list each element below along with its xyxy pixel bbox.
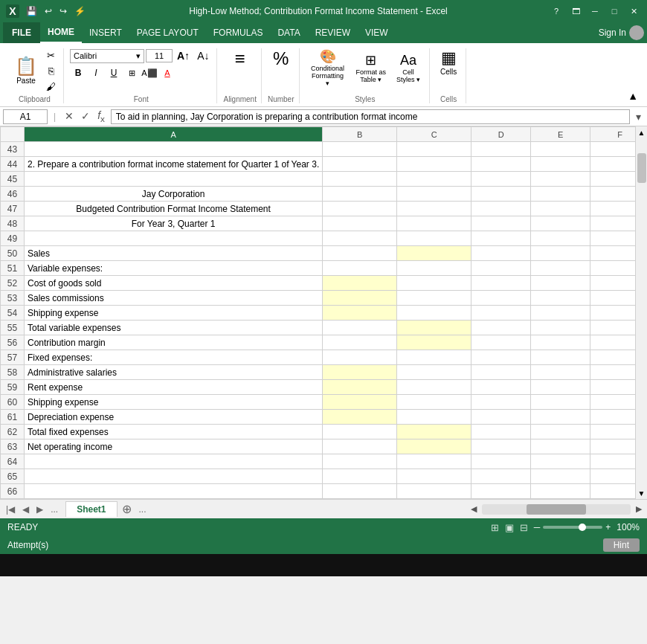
grid-cell[interactable] — [397, 291, 471, 306]
grid-cell[interactable] — [590, 410, 635, 425]
normal-view-btn[interactable]: ⊞ — [491, 522, 499, 533]
grid-cell[interactable] — [471, 321, 531, 335]
grid-cell[interactable] — [590, 276, 635, 291]
zoom-thumb[interactable] — [579, 524, 586, 531]
sheet1-tab[interactable]: Sheet1 — [65, 501, 117, 517]
grid-cell[interactable] — [531, 202, 590, 216]
grid-cell[interactable] — [531, 439, 590, 454]
copy-btn[interactable]: ⎘ — [43, 64, 59, 78]
grid-cell[interactable] — [590, 261, 635, 276]
grid-cell[interactable] — [323, 231, 397, 246]
grid-cell[interactable] — [397, 484, 471, 499]
grid-cell[interactable] — [471, 395, 531, 410]
grid-cell[interactable] — [471, 216, 531, 231]
zoom-out-btn[interactable]: ─ — [534, 522, 541, 532]
grid-cell[interactable] — [323, 187, 397, 202]
grid-cell[interactable] — [471, 261, 531, 276]
grid-cell[interactable] — [590, 157, 635, 172]
grid-cell[interactable] — [397, 410, 471, 425]
grid-cell[interactable] — [590, 142, 635, 157]
grid-cell[interactable] — [590, 365, 635, 380]
grid-cell[interactable] — [323, 291, 397, 306]
grid-cell[interactable] — [590, 469, 635, 484]
grid-cell[interactable] — [323, 395, 397, 410]
grid-cell[interactable] — [397, 142, 471, 157]
grid-cell[interactable] — [323, 246, 397, 261]
redo-qat-btn[interactable]: ↪ — [57, 4, 69, 18]
grid-cell[interactable] — [590, 306, 635, 321]
grid-cell[interactable] — [471, 425, 531, 439]
grid-cell[interactable] — [590, 231, 635, 246]
cut-btn[interactable]: ✂ — [43, 48, 59, 62]
grid-cell[interactable]: Total variable expenses — [25, 321, 323, 335]
grid-cell[interactable] — [25, 454, 323, 469]
grid-cell[interactable] — [590, 291, 635, 306]
underline-btn[interactable]: U — [106, 65, 122, 80]
grid-cell[interactable] — [471, 484, 531, 499]
grid-cell[interactable] — [531, 306, 590, 321]
page-layout-view-btn[interactable]: ▣ — [505, 522, 514, 533]
grid-cell[interactable] — [397, 425, 471, 439]
grid-cell[interactable] — [25, 172, 323, 187]
h-scroll-left-btn[interactable]: ◀ — [469, 504, 479, 514]
grid-cell[interactable]: Sales — [25, 246, 323, 261]
hint-btn[interactable]: Hint — [603, 538, 640, 552]
paste-btn[interactable]: 📋 Paste — [10, 56, 42, 86]
grid-cell[interactable] — [471, 202, 531, 216]
review-menu-item[interactable]: REVIEW — [308, 22, 358, 43]
grid-cell[interactable] — [471, 306, 531, 321]
grid-cell[interactable] — [323, 484, 397, 499]
grid-cell[interactable] — [397, 276, 471, 291]
grid-cell[interactable]: Budgeted Contribution Format Income Stat… — [25, 202, 323, 216]
grid-cell[interactable] — [471, 380, 531, 395]
grid-cell[interactable] — [471, 439, 531, 454]
grid-cell[interactable] — [397, 350, 471, 365]
grid-cell[interactable] — [25, 231, 323, 246]
grid-cell[interactable] — [397, 365, 471, 380]
borders-btn[interactable]: ⊞ — [123, 65, 140, 80]
grid-cell[interactable]: 2. Prepare a contribution format income … — [25, 157, 323, 172]
grid-cell[interactable]: Shipping expense — [25, 306, 323, 321]
view-menu-item[interactable]: VIEW — [358, 22, 396, 43]
undo-qat-btn[interactable]: ↩ — [42, 4, 54, 18]
grid-cell[interactable] — [323, 202, 397, 216]
font-color-btn[interactable]: A — [159, 65, 176, 80]
grid-cell[interactable] — [531, 157, 590, 172]
grid-cell[interactable]: For Year 3, Quarter 1 — [25, 216, 323, 231]
formula-expand-btn[interactable]: ▾ — [633, 111, 644, 123]
scroll-thumb[interactable] — [637, 153, 646, 183]
formulas-menu-item[interactable]: FORMULAS — [206, 22, 271, 43]
grid-cell[interactable]: Jay Corporation — [25, 187, 323, 202]
grid-cell[interactable] — [323, 157, 397, 172]
grid-cell[interactable] — [397, 172, 471, 187]
col-header-b[interactable]: B — [323, 127, 397, 142]
grid-cell[interactable] — [397, 261, 471, 276]
grid-cell[interactable]: Shipping expense — [25, 395, 323, 410]
grid-cell[interactable] — [471, 231, 531, 246]
grid-cell[interactable]: Net operating income — [25, 439, 323, 454]
grid-cell[interactable]: Total fixed expenses — [25, 425, 323, 439]
scroll-track[interactable] — [636, 138, 647, 487]
grid-cell[interactable] — [471, 276, 531, 291]
grid-cell[interactable] — [471, 187, 531, 202]
grid-cell[interactable] — [323, 276, 397, 291]
grid-cell[interactable] — [590, 321, 635, 335]
grid-cell[interactable] — [590, 439, 635, 454]
h-scroll-thumb[interactable] — [527, 504, 586, 515]
grid-cell[interactable] — [471, 142, 531, 157]
formula-input[interactable]: To aid in planning, Jay Corporation is p… — [111, 109, 630, 124]
decrease-font-btn[interactable]: A↓ — [194, 48, 212, 63]
increase-font-btn[interactable]: A↑ — [174, 48, 193, 63]
grid-cell[interactable] — [323, 365, 397, 380]
col-header-d[interactable]: D — [471, 127, 531, 142]
h-scroll-right-btn[interactable]: ▶ — [634, 504, 644, 514]
grid-cell[interactable]: Depreciation expense — [25, 410, 323, 425]
grid-cell[interactable] — [25, 484, 323, 499]
grid-cell[interactable] — [531, 484, 590, 499]
grid-cell[interactable] — [531, 469, 590, 484]
col-header-e[interactable]: E — [531, 127, 590, 142]
grid-cell[interactable] — [531, 187, 590, 202]
grid-cell[interactable] — [590, 380, 635, 395]
grid-cell[interactable] — [531, 216, 590, 231]
grid-cell[interactable] — [531, 261, 590, 276]
